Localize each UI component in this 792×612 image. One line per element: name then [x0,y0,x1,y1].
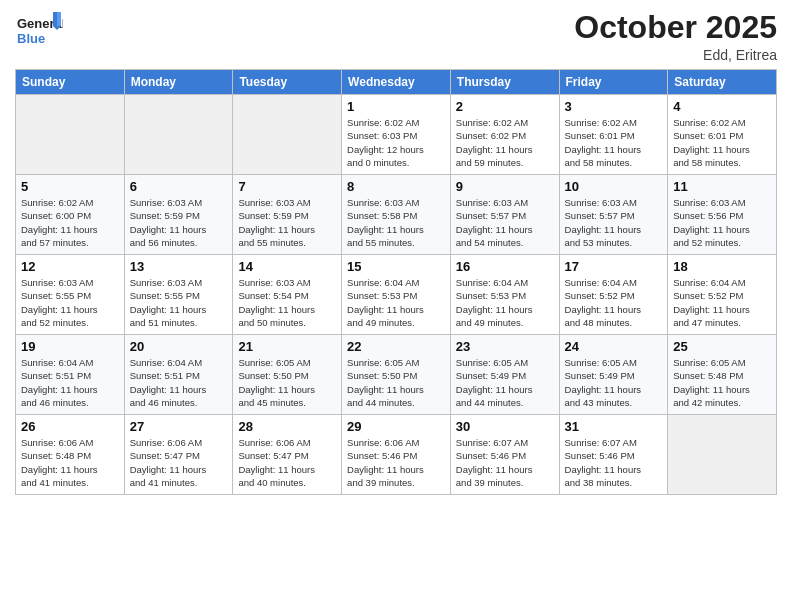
day-info: Sunrise: 6:04 AM Sunset: 5:52 PM Dayligh… [565,276,663,329]
day-number: 13 [130,259,228,274]
day-info: Sunrise: 6:03 AM Sunset: 5:56 PM Dayligh… [673,196,771,249]
day-info: Sunrise: 6:02 AM Sunset: 6:01 PM Dayligh… [673,116,771,169]
day-number: 29 [347,419,445,434]
day-info: Sunrise: 6:06 AM Sunset: 5:47 PM Dayligh… [130,436,228,489]
day-number: 12 [21,259,119,274]
calendar-cell: 12Sunrise: 6:03 AM Sunset: 5:55 PM Dayli… [16,255,125,335]
calendar-cell: 9Sunrise: 6:03 AM Sunset: 5:57 PM Daylig… [450,175,559,255]
day-number: 14 [238,259,336,274]
day-number: 18 [673,259,771,274]
svg-text:Blue: Blue [17,31,45,46]
day-number: 30 [456,419,554,434]
day-number: 17 [565,259,663,274]
day-number: 3 [565,99,663,114]
calendar-cell: 24Sunrise: 6:05 AM Sunset: 5:49 PM Dayli… [559,335,668,415]
header: General Blue October 2025 Edd, Eritrea [15,10,777,63]
weekday-header: Tuesday [233,70,342,95]
calendar-cell: 22Sunrise: 6:05 AM Sunset: 5:50 PM Dayli… [342,335,451,415]
calendar-cell [668,415,777,495]
calendar-cell: 1Sunrise: 6:02 AM Sunset: 6:03 PM Daylig… [342,95,451,175]
day-number: 10 [565,179,663,194]
day-number: 9 [456,179,554,194]
weekday-header: Monday [124,70,233,95]
svg-marker-4 [57,12,61,26]
calendar-cell: 30Sunrise: 6:07 AM Sunset: 5:46 PM Dayli… [450,415,559,495]
calendar-cell: 8Sunrise: 6:03 AM Sunset: 5:58 PM Daylig… [342,175,451,255]
calendar-cell: 11Sunrise: 6:03 AM Sunset: 5:56 PM Dayli… [668,175,777,255]
calendar-cell: 19Sunrise: 6:04 AM Sunset: 5:51 PM Dayli… [16,335,125,415]
day-info: Sunrise: 6:03 AM Sunset: 5:55 PM Dayligh… [130,276,228,329]
day-info: Sunrise: 6:06 AM Sunset: 5:46 PM Dayligh… [347,436,445,489]
day-number: 19 [21,339,119,354]
calendar-cell: 4Sunrise: 6:02 AM Sunset: 6:01 PM Daylig… [668,95,777,175]
calendar-week-row: 12Sunrise: 6:03 AM Sunset: 5:55 PM Dayli… [16,255,777,335]
calendar-cell: 17Sunrise: 6:04 AM Sunset: 5:52 PM Dayli… [559,255,668,335]
day-number: 24 [565,339,663,354]
day-info: Sunrise: 6:02 AM Sunset: 6:00 PM Dayligh… [21,196,119,249]
weekday-header: Sunday [16,70,125,95]
calendar-cell: 7Sunrise: 6:03 AM Sunset: 5:59 PM Daylig… [233,175,342,255]
day-number: 7 [238,179,336,194]
calendar-cell: 25Sunrise: 6:05 AM Sunset: 5:48 PM Dayli… [668,335,777,415]
day-number: 2 [456,99,554,114]
calendar-cell: 2Sunrise: 6:02 AM Sunset: 6:02 PM Daylig… [450,95,559,175]
calendar-cell: 20Sunrise: 6:04 AM Sunset: 5:51 PM Dayli… [124,335,233,415]
month-title: October 2025 [574,10,777,45]
calendar-cell: 27Sunrise: 6:06 AM Sunset: 5:47 PM Dayli… [124,415,233,495]
day-number: 6 [130,179,228,194]
calendar-cell: 18Sunrise: 6:04 AM Sunset: 5:52 PM Dayli… [668,255,777,335]
day-info: Sunrise: 6:05 AM Sunset: 5:50 PM Dayligh… [238,356,336,409]
day-number: 16 [456,259,554,274]
day-number: 5 [21,179,119,194]
day-info: Sunrise: 6:07 AM Sunset: 5:46 PM Dayligh… [565,436,663,489]
calendar-week-row: 19Sunrise: 6:04 AM Sunset: 5:51 PM Dayli… [16,335,777,415]
day-number: 8 [347,179,445,194]
calendar-header: SundayMondayTuesdayWednesdayThursdayFrid… [16,70,777,95]
day-info: Sunrise: 6:03 AM Sunset: 5:59 PM Dayligh… [130,196,228,249]
day-info: Sunrise: 6:02 AM Sunset: 6:02 PM Dayligh… [456,116,554,169]
weekday-header: Saturday [668,70,777,95]
day-info: Sunrise: 6:02 AM Sunset: 6:01 PM Dayligh… [565,116,663,169]
calendar-week-row: 5Sunrise: 6:02 AM Sunset: 6:00 PM Daylig… [16,175,777,255]
day-number: 31 [565,419,663,434]
day-info: Sunrise: 6:05 AM Sunset: 5:50 PM Dayligh… [347,356,445,409]
day-number: 27 [130,419,228,434]
calendar-cell: 23Sunrise: 6:05 AM Sunset: 5:49 PM Dayli… [450,335,559,415]
day-number: 23 [456,339,554,354]
day-number: 21 [238,339,336,354]
calendar-cell: 28Sunrise: 6:06 AM Sunset: 5:47 PM Dayli… [233,415,342,495]
day-number: 15 [347,259,445,274]
day-info: Sunrise: 6:05 AM Sunset: 5:48 PM Dayligh… [673,356,771,409]
calendar-cell: 3Sunrise: 6:02 AM Sunset: 6:01 PM Daylig… [559,95,668,175]
day-number: 25 [673,339,771,354]
calendar-cell: 15Sunrise: 6:04 AM Sunset: 5:53 PM Dayli… [342,255,451,335]
calendar-table: SundayMondayTuesdayWednesdayThursdayFrid… [15,69,777,495]
day-info: Sunrise: 6:04 AM Sunset: 5:52 PM Dayligh… [673,276,771,329]
title-block: October 2025 Edd, Eritrea [574,10,777,63]
calendar-cell: 13Sunrise: 6:03 AM Sunset: 5:55 PM Dayli… [124,255,233,335]
calendar-cell: 6Sunrise: 6:03 AM Sunset: 5:59 PM Daylig… [124,175,233,255]
day-info: Sunrise: 6:03 AM Sunset: 5:57 PM Dayligh… [456,196,554,249]
day-number: 22 [347,339,445,354]
day-info: Sunrise: 6:03 AM Sunset: 5:58 PM Dayligh… [347,196,445,249]
calendar-cell: 21Sunrise: 6:05 AM Sunset: 5:50 PM Dayli… [233,335,342,415]
day-info: Sunrise: 6:03 AM Sunset: 5:57 PM Dayligh… [565,196,663,249]
calendar-cell [16,95,125,175]
calendar-cell: 5Sunrise: 6:02 AM Sunset: 6:00 PM Daylig… [16,175,125,255]
day-info: Sunrise: 6:03 AM Sunset: 5:55 PM Dayligh… [21,276,119,329]
calendar-cell [124,95,233,175]
day-number: 26 [21,419,119,434]
day-number: 4 [673,99,771,114]
day-number: 11 [673,179,771,194]
calendar-cell: 29Sunrise: 6:06 AM Sunset: 5:46 PM Dayli… [342,415,451,495]
logo-svg: General Blue [15,10,63,50]
logo: General Blue [15,10,63,50]
day-number: 28 [238,419,336,434]
weekday-row: SundayMondayTuesdayWednesdayThursdayFrid… [16,70,777,95]
day-info: Sunrise: 6:03 AM Sunset: 5:54 PM Dayligh… [238,276,336,329]
calendar-cell: 16Sunrise: 6:04 AM Sunset: 5:53 PM Dayli… [450,255,559,335]
page: General Blue October 2025 Edd, Eritrea S… [0,0,792,612]
day-info: Sunrise: 6:04 AM Sunset: 5:53 PM Dayligh… [347,276,445,329]
calendar-cell: 10Sunrise: 6:03 AM Sunset: 5:57 PM Dayli… [559,175,668,255]
day-info: Sunrise: 6:04 AM Sunset: 5:53 PM Dayligh… [456,276,554,329]
